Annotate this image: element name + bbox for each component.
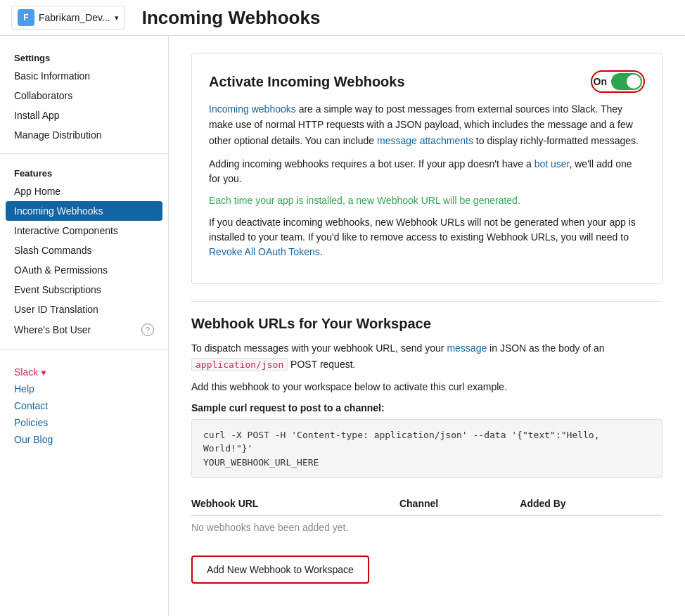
sample-label: Sample curl request to post to a channel… [191, 402, 662, 413]
sidebar-item-slash-commands[interactable]: Slash Commands [0, 240, 168, 260]
sidebar-item-manage-distribution[interactable]: Manage Distribution [0, 125, 168, 145]
features-section-label: Features [0, 162, 168, 181]
sidebar-item-collaborators[interactable]: Collaborators [0, 86, 168, 105]
webhook-urls-section: Webhook URLs for Your Workspace To dispa… [191, 316, 662, 584]
sidebar-item-app-home[interactable]: App Home [0, 181, 168, 201]
heart-icon: ♥ [41, 368, 46, 378]
sidebar-item-incoming-webhooks[interactable]: Incoming Webhooks [6, 201, 162, 221]
section1-title: Activate Incoming Webhooks [209, 74, 405, 90]
help-circle-icon[interactable]: ? [141, 323, 154, 336]
webhook-table: Webhook URL Channel Added By No webhooks… [191, 492, 662, 539]
layout: Settings Basic Information Collaborators… [0, 36, 685, 616]
sidebar-link-slack[interactable]: Slack ♥ [0, 364, 168, 380]
main-content: Activate Incoming Webhooks On Incoming w… [169, 36, 685, 616]
sidebar-item-wheres-bot-user[interactable]: Where's Bot User ? [0, 319, 168, 340]
deactivate-paragraph: If you deactivate incoming webhooks, new… [209, 215, 645, 259]
curl-code-block: curl -X POST -H 'Content-type: applicati… [191, 419, 662, 479]
bot-user-paragraph: Adding incoming webhooks requires a bot … [209, 157, 645, 186]
section1-header: Activate Incoming Webhooks On [209, 70, 645, 93]
app-selector[interactable]: F Fabrikam_Dev... ▾ [11, 6, 125, 30]
message-attachments-link[interactable]: message attachments [377, 135, 473, 146]
sidebar-item-event-subscriptions[interactable]: Event Subscriptions [0, 280, 168, 300]
sidebar-item-install-app[interactable]: Install App [0, 105, 168, 125]
settings-section-label: Settings [0, 47, 168, 66]
footer-links: Slack ♥ Help Contact Policies Our Blog [0, 358, 168, 454]
column-header-webhook-url: Webhook URL [191, 492, 399, 515]
dispatch-paragraph: To dispatch messages with your webhook U… [191, 340, 662, 372]
revoke-oauth-link[interactable]: Revoke All OAuth Tokens [209, 246, 320, 257]
no-webhooks-text: No webhooks have been added yet. [191, 515, 662, 539]
no-webhooks-row: No webhooks have been added yet. [191, 515, 662, 539]
sidebar-divider-2 [0, 349, 168, 349]
toggle-container[interactable]: On [591, 70, 645, 93]
sidebar-item-oauth-permissions[interactable]: OAuth & Permissions [0, 260, 168, 280]
dispatch-message-link[interactable]: message [447, 342, 487, 354]
sidebar-link-policies[interactable]: Policies [0, 414, 168, 431]
table-header-row: Webhook URL Channel Added By [191, 492, 662, 515]
section2-title: Webhook URLs for Your Workspace [191, 316, 662, 332]
sidebar-link-contact[interactable]: Contact [0, 397, 168, 414]
webhook-url-generated-text: Each time your app is installed, a new W… [209, 193, 645, 208]
toggle-knob [627, 75, 641, 89]
activate-toggle[interactable] [611, 73, 642, 90]
column-header-added-by: Added By [520, 492, 662, 515]
description-paragraph-1: Incoming webhooks are a simple way to po… [209, 101, 645, 148]
sidebar: Settings Basic Information Collaborators… [0, 36, 169, 616]
sidebar-divider [0, 153, 168, 154]
top-bar: F Fabrikam_Dev... ▾ Incoming Webhooks [0, 0, 685, 36]
page-title: Incoming Webhooks [142, 7, 321, 29]
activate-webhooks-section: Activate Incoming Webhooks On Incoming w… [191, 53, 662, 284]
content-type-code: application/json [191, 358, 288, 371]
sidebar-link-help[interactable]: Help [0, 380, 168, 397]
incoming-webhooks-link[interactable]: Incoming webhooks [209, 103, 296, 115]
sidebar-item-user-id-translation[interactable]: User ID Translation [0, 300, 168, 319]
chevron-down-icon: ▾ [115, 13, 119, 23]
toggle-label: On [594, 76, 607, 87]
column-header-channel: Channel [399, 492, 520, 515]
app-name: Fabrikam_Dev... [39, 12, 110, 23]
add-note-text: Add this webhook to your workspace below… [191, 379, 662, 394]
bot-user-link[interactable]: bot user [534, 158, 570, 169]
app-icon: F [18, 9, 34, 26]
sidebar-item-interactive-components[interactable]: Interactive Components [0, 221, 168, 240]
sidebar-link-our-blog[interactable]: Our Blog [0, 431, 168, 448]
add-webhook-button[interactable]: Add New Webhook to Workspace [191, 556, 369, 584]
sidebar-item-basic-information[interactable]: Basic Information [0, 66, 168, 86]
section-divider [191, 301, 662, 302]
